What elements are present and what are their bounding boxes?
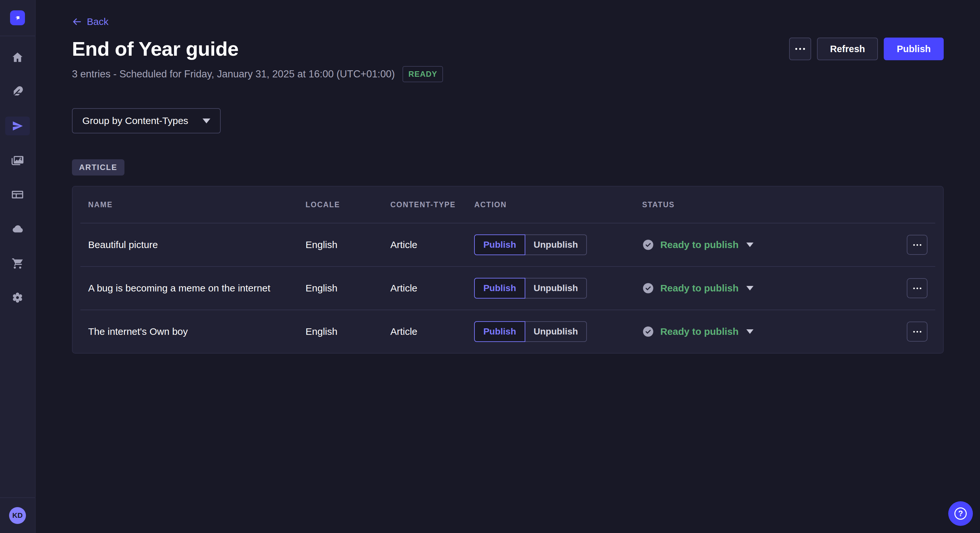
sidebar-item-releases[interactable] [5, 117, 30, 135]
status-badge: READY [402, 66, 443, 82]
column-header-locale: LOCALE [305, 200, 390, 209]
row-unpublish-button[interactable]: Unpublish [525, 235, 587, 255]
ellipsis-icon [913, 287, 915, 289]
row-name: Beautiful picture [88, 239, 305, 250]
toolbar: Group by Content-Types [72, 108, 944, 133]
home-icon [11, 51, 24, 64]
ellipsis-icon [795, 48, 797, 50]
row-more-button[interactable] [907, 278, 928, 298]
logo-section [0, 0, 35, 36]
cart-icon [11, 257, 24, 270]
status-text: Ready to publish [660, 239, 738, 250]
row-status: Ready to publish [642, 325, 902, 338]
column-header-name: NAME [88, 200, 305, 209]
ellipsis-icon [913, 331, 915, 333]
column-header-status: STATUS [642, 200, 902, 209]
row-publish-button[interactable]: Publish [474, 321, 525, 342]
title-row: End of Year guide Refresh Publish [72, 38, 944, 60]
sidebar-footer: KD [0, 497, 35, 533]
header-actions: Refresh Publish [789, 38, 944, 60]
status-text: Ready to publish [660, 326, 738, 337]
app-root: KD Back End of Year guide Refresh Publis… [0, 0, 980, 533]
column-header-content-type: CONTENT-TYPE [390, 200, 474, 209]
sidebar-item-settings[interactable] [5, 288, 30, 307]
status-chevron-down-icon[interactable] [746, 329, 754, 334]
arrow-left-icon [72, 17, 82, 27]
help-button[interactable]: ? [948, 501, 973, 526]
row-more-button[interactable] [907, 322, 928, 342]
sidebar-item-content-manager[interactable] [5, 82, 30, 101]
row-unpublish-button[interactable]: Unpublish [525, 278, 587, 298]
sidebar: KD [0, 0, 36, 533]
group-by-dropdown[interactable]: Group by Content-Types [72, 108, 221, 133]
status-chevron-down-icon[interactable] [746, 286, 754, 290]
table-header-row: NAME LOCALE CONTENT-TYPE ACTION STATUS [80, 187, 935, 223]
strapi-logo[interactable] [10, 10, 25, 25]
row-more-button[interactable] [907, 235, 928, 255]
action-toggle: Publish Unpublish [474, 235, 642, 255]
publish-button[interactable]: Publish [884, 38, 944, 60]
back-link[interactable]: Back [72, 16, 108, 27]
group-label-row: ARTICLE [72, 159, 944, 176]
release-subtitle: 3 entries - Scheduled for Friday, Januar… [72, 68, 395, 80]
check-circle-icon [642, 239, 654, 251]
row-content-type: Article [390, 326, 474, 337]
row-content-type: Article [390, 239, 474, 250]
status-text: Ready to publish [660, 283, 738, 294]
content-type-group-badge: ARTICLE [72, 159, 124, 176]
row-name: A bug is becoming a meme on the internet [88, 283, 305, 294]
subtitle-row: 3 entries - Scheduled for Friday, Januar… [72, 66, 944, 82]
gear-icon [11, 291, 24, 304]
row-publish-button[interactable]: Publish [474, 278, 525, 298]
sidebar-item-media-library[interactable] [5, 151, 30, 170]
paper-plane-icon [11, 119, 24, 132]
row-content-type: Article [390, 283, 474, 294]
layout-icon [11, 188, 24, 201]
back-label: Back [87, 16, 108, 27]
sidebar-item-marketplace[interactable] [5, 254, 30, 273]
feather-icon [11, 85, 24, 98]
table-row: A bug is becoming a meme on the internet… [80, 266, 935, 309]
question-mark-icon: ? [955, 508, 967, 520]
status-chevron-down-icon[interactable] [746, 243, 754, 247]
row-locale: English [305, 283, 390, 294]
table-row: Beautiful picture English Article Publis… [80, 223, 935, 266]
table-row: The internet's Own boy English Article P… [80, 309, 935, 353]
row-publish-button[interactable]: Publish [474, 235, 525, 255]
refresh-button[interactable]: Refresh [817, 38, 878, 60]
strapi-logo-icon [13, 13, 22, 22]
group-by-label: Group by Content-Types [82, 115, 188, 126]
action-toggle: Publish Unpublish [474, 321, 642, 342]
action-toggle: Publish Unpublish [474, 278, 642, 298]
row-name: The internet's Own boy [88, 326, 305, 337]
sidebar-nav [0, 36, 35, 497]
refresh-label: Refresh [830, 44, 865, 54]
publish-label: Publish [897, 44, 931, 54]
row-status: Ready to publish [642, 239, 902, 251]
entries-table: NAME LOCALE CONTENT-TYPE ACTION STATUS B… [72, 186, 944, 354]
chevron-down-icon [202, 119, 210, 124]
sidebar-item-content-type-builder[interactable] [5, 185, 30, 204]
check-circle-icon [642, 282, 654, 294]
row-unpublish-button[interactable]: Unpublish [525, 321, 587, 342]
page-title: End of Year guide [72, 39, 239, 59]
row-status: Ready to publish [642, 282, 902, 294]
avatar[interactable]: KD [9, 507, 26, 524]
images-icon [11, 154, 24, 167]
ellipsis-icon [913, 244, 915, 246]
main-content: Back End of Year guide Refresh Publish 3… [36, 0, 980, 533]
check-circle-icon [642, 325, 654, 338]
sidebar-item-home[interactable] [5, 48, 30, 67]
more-options-button[interactable] [789, 38, 811, 60]
row-locale: English [305, 326, 390, 337]
column-header-action: ACTION [474, 200, 642, 209]
cloud-icon [11, 222, 24, 235]
sidebar-item-deploy[interactable] [5, 219, 30, 238]
row-locale: English [305, 239, 390, 250]
